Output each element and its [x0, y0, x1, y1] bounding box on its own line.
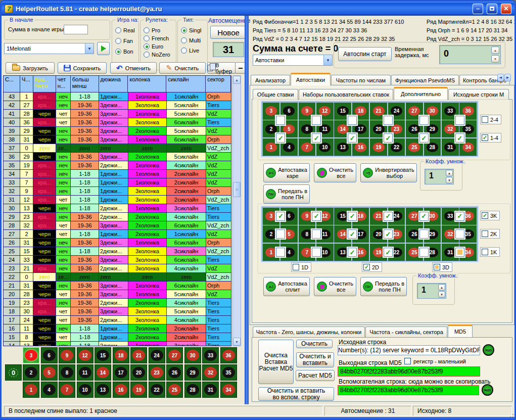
очистить-все-button[interactable]: Очиститьвсе: [314, 163, 356, 182]
radio-multi[interactable]: Multi: [181, 37, 207, 43]
tab-nav-left-icon[interactable]: ◄: [497, 74, 504, 81]
start-sum-input[interactable]: [64, 25, 88, 34]
radio-nozero[interactable]: NoZero: [144, 52, 176, 58]
tab-исходные-строки-м[interactable]: Исходные строки М: [448, 89, 509, 100]
md5-icon[interactable]: МД5: [482, 384, 493, 396]
инвертировать-выбор-button[interactable]: +5Инвертироватьвыбор: [360, 163, 417, 182]
передать-в-поле-пн-button[interactable]: ПНПередать вполе ПН: [360, 277, 407, 296]
board-cell-17[interactable]: 17: [113, 364, 129, 381]
board-cell-6[interactable]: 6: [41, 347, 58, 363]
check-1k[interactable]: 1K: [480, 247, 500, 257]
toolbar-в-буфер-button[interactable]: В буфер: [207, 62, 236, 74]
chevron-down-icon[interactable]: ▼: [323, 55, 332, 65]
autospin-start-button[interactable]: Автоспин старт: [338, 47, 392, 61]
очистить-все-button[interactable]: Очиститьвсе: [314, 277, 356, 296]
corner-check-top-4[interactable]: [384, 116, 393, 125]
md5-icon[interactable]: МД5: [483, 344, 494, 356]
board-cell-13[interactable]: 13: [95, 382, 111, 398]
board-cell-30[interactable]: 30: [184, 347, 201, 363]
split-check-r1-2[interactable]: ✓: [312, 212, 321, 221]
spin-up-icon[interactable]: ▲: [446, 170, 453, 176]
tab-общие-ставки[interactable]: Общие ставки: [253, 89, 298, 100]
corner-check-bottom-6[interactable]: ✓: [455, 133, 464, 143]
corner-check-top-2[interactable]: [312, 116, 321, 125]
board-cell-27[interactable]: 27: [166, 347, 183, 363]
tab-автоставки[interactable]: Автоставки: [291, 73, 331, 85]
radio-singl[interactable]: Singl: [181, 27, 207, 33]
spin-up-icon[interactable]: ▲: [438, 284, 445, 291]
check-2-4[interactable]: 2-4: [480, 115, 501, 124]
minimize-button[interactable]: –: [473, 4, 483, 14]
split-check-r3-5[interactable]: [419, 248, 429, 257]
toolbar-сохранить-button[interactable]: Сохранить: [58, 62, 107, 74]
spin-down-icon[interactable]: ▼: [438, 291, 445, 298]
board-cell-16[interactable]: 16: [113, 382, 129, 398]
board-cell-33[interactable]: 33: [202, 347, 219, 363]
md5-calc-button[interactable]: Расчет MD5: [296, 370, 335, 381]
board-cell-35[interactable]: 35: [220, 364, 237, 381]
board-cell-11[interactable]: 11: [77, 364, 93, 381]
board-cell-15[interactable]: 15: [95, 347, 111, 363]
check-3d[interactable]: 3D: [432, 262, 452, 272]
board-cell-26[interactable]: 26: [166, 364, 183, 381]
md5-clear-and-paste-button[interactable]: Очистить и вставить: [296, 352, 334, 367]
tab-nav-right-icon[interactable]: ►: [504, 74, 511, 81]
board-cell-21[interactable]: 21: [130, 347, 147, 363]
spin-down-icon[interactable]: ▼: [446, 177, 453, 183]
corner-check-top-3[interactable]: [348, 116, 357, 125]
tab-анализатор[interactable]: Анализатор: [251, 75, 290, 85]
board-cell-14[interactable]: 14: [95, 364, 111, 381]
board-cell-1[interactable]: 1: [23, 382, 39, 398]
check-1d[interactable]: 1D: [291, 262, 311, 272]
check-1-4[interactable]: ✓1-4: [480, 133, 501, 143]
pane-splitter[interactable]: [245, 16, 249, 404]
tab-md5[interactable]: MD5: [448, 324, 473, 337]
board-cell-9[interactable]: 9: [59, 347, 75, 363]
check-2d[interactable]: ✓2D: [362, 262, 382, 272]
md5-case-checkbox[interactable]: регистр - маленький: [404, 358, 466, 364]
radio-french[interactable]: French: [144, 35, 176, 41]
board-cell-23[interactable]: 23: [149, 364, 165, 381]
board-cell-5[interactable]: 5: [41, 364, 58, 381]
tab-частота-zero-шансы-дюжины-колонки[interactable]: Частота - Zero, шансы, дюжины, колонки: [253, 326, 365, 337]
split-check-r2-5[interactable]: [419, 229, 429, 239]
check-3k[interactable]: ✓3K: [480, 211, 500, 220]
split-check-r1-6[interactable]: ✓: [455, 212, 464, 221]
board-cell-12[interactable]: 12: [77, 347, 93, 363]
board-cell-22[interactable]: 22: [149, 382, 165, 398]
toolbar-очистить-button[interactable]: ✎Очистить: [159, 62, 206, 74]
split-check-r2-6[interactable]: [455, 229, 464, 239]
md5-clear-paste-calc-button[interactable]: Очистка Вставка Расчет MD5: [258, 340, 294, 384]
check-2k[interactable]: 2K: [480, 229, 500, 239]
board-cell-20[interactable]: 20: [130, 364, 147, 381]
split-check-r3-2[interactable]: [312, 248, 321, 257]
board-cell-7[interactable]: 7: [59, 382, 75, 398]
board-cell-24[interactable]: 24: [149, 347, 165, 363]
md5-source-input[interactable]: [338, 345, 480, 355]
split-check-r2-3[interactable]: ✓: [348, 229, 357, 239]
corner-check-top-6[interactable]: [455, 116, 464, 125]
close-button[interactable]: ✕: [501, 4, 511, 14]
split-check-r3-3[interactable]: ✓: [348, 248, 357, 257]
chevron-down-icon[interactable]: ▼: [85, 43, 93, 54]
corner-check-top-1[interactable]: [276, 116, 285, 125]
board-cell-32[interactable]: 32: [202, 364, 219, 381]
toolbar-отменить-button[interactable]: ↶Отменить: [110, 62, 157, 74]
preset-combo[interactable]: 1Melonati ▼: [4, 43, 94, 54]
scroll-up-icon[interactable]: ▲: [233, 76, 241, 84]
radio-fan[interactable]: Fan: [115, 38, 138, 44]
board-cell-31[interactable]: 31: [202, 382, 219, 398]
autoshift-new-button[interactable]: Новое: [210, 26, 247, 39]
board-cell-34[interactable]: 34: [220, 382, 237, 398]
board-cell-8[interactable]: 8: [59, 364, 75, 381]
board-cell-2[interactable]: 2: [23, 364, 39, 381]
radio-bon[interactable]: Bon: [115, 49, 138, 55]
spin-down-icon[interactable]: ▼: [491, 55, 499, 63]
corner-check-bottom-4[interactable]: ✓: [384, 133, 393, 143]
передать-в-поле-пн-button[interactable]: ПНПередать вполе ПН: [263, 184, 310, 204]
board-cell-19[interactable]: 19: [130, 382, 147, 398]
board-cell-0[interactable]: 0: [5, 364, 22, 381]
corner-check-top-5[interactable]: [419, 116, 429, 125]
tab-частоты-по-числам[interactable]: Частоты по числам: [331, 75, 391, 85]
md5-clear-button[interactable]: Очистить: [296, 340, 333, 348]
